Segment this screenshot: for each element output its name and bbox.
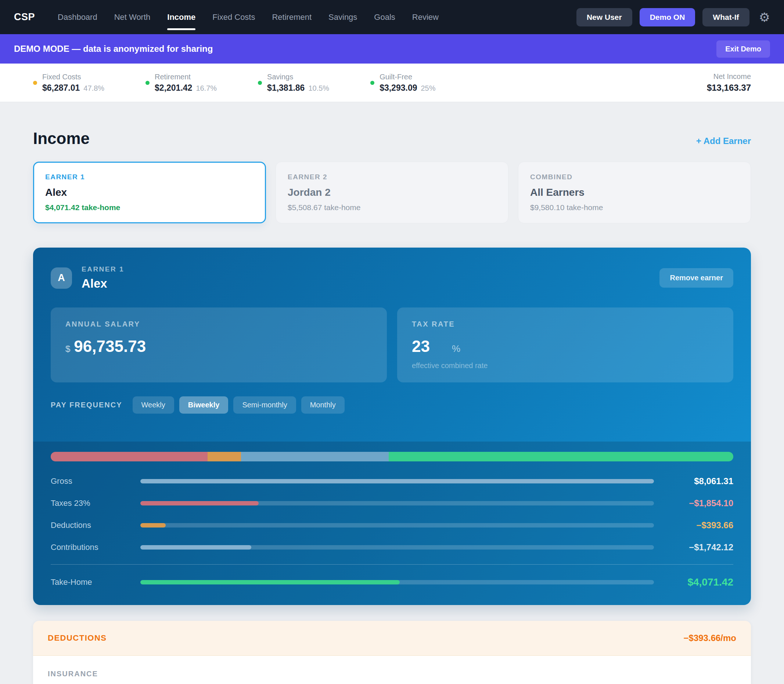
breakdown-track xyxy=(140,523,654,528)
demo-mode-banner: DEMO MODE — data is anonymized for shari… xyxy=(0,34,784,63)
bar-segment-take-home xyxy=(389,452,733,461)
breakdown-track xyxy=(140,501,654,505)
new-user-button[interactable]: New User xyxy=(576,8,632,26)
breakdown-fill xyxy=(140,545,251,550)
nav-item-savings[interactable]: Savings xyxy=(328,10,357,24)
tax-rate-box: TAX RATE 23% effective combined rate xyxy=(397,308,733,382)
earner-card-tag: EARNER 2 xyxy=(288,173,496,181)
nav-item-review[interactable]: Review xyxy=(412,10,439,24)
page-title: Income xyxy=(33,129,90,148)
stat-fixed-costs: Fixed Costs$6,287.0147.8% xyxy=(33,73,104,93)
breakdown-divider xyxy=(51,564,733,565)
breakdown-row-value: −$393.66 xyxy=(654,520,733,531)
summary-stats-bar: Fixed Costs$6,287.0147.8%Retirement$2,20… xyxy=(0,63,784,102)
tax-rate-value: 23 xyxy=(412,337,430,355)
exit-demo-button[interactable]: Exit Demo xyxy=(716,40,770,58)
stat-label: Fixed Costs xyxy=(42,73,104,81)
main-content: Income + Add Earner EARNER 1Alex$4,071.4… xyxy=(0,129,784,684)
nav-item-dashboard[interactable]: Dashboard xyxy=(58,10,97,24)
pay-frequency-biweekly[interactable]: Biweekly xyxy=(179,396,229,414)
bar-segment-deductions xyxy=(208,452,241,461)
stat-text: Retirement$2,201.4216.7% xyxy=(155,73,217,93)
page-header: Income + Add Earner xyxy=(33,129,751,148)
status-dot xyxy=(258,81,262,85)
breakdown-row-value: $4,071.42 xyxy=(654,576,733,588)
gear-icon[interactable]: ⚙ xyxy=(759,11,770,24)
stat-percent: 10.5% xyxy=(308,84,329,93)
earner-card-takehome: $4,071.42 take-home xyxy=(45,203,254,212)
panel-header: A EARNER 1 Alex Remove earner xyxy=(51,265,733,290)
nav-item-net-worth[interactable]: Net Worth xyxy=(114,10,151,24)
stat-line: $1,381.8610.5% xyxy=(267,83,329,93)
demo-on-button[interactable]: Demo ON xyxy=(640,8,695,26)
earner-detail-panel: A EARNER 1 Alex Remove earner ANNUAL SAL… xyxy=(33,248,751,605)
stat-guilt-free: Guilt-Free$3,293.0925% xyxy=(370,73,436,93)
nav-item-retirement[interactable]: Retirement xyxy=(272,10,311,24)
stat-line: $6,287.0147.8% xyxy=(42,83,104,93)
breakdown-row-deductions: Deductions−$393.66 xyxy=(51,520,733,531)
stat-text: Fixed Costs$6,287.0147.8% xyxy=(42,73,104,93)
tax-rate-hint: effective combined rate xyxy=(412,361,719,370)
earner-tag: EARNER 1 xyxy=(82,265,124,273)
pay-frequency-row: PAY FREQUENCY WeeklyBiweeklySemi-monthly… xyxy=(51,396,733,414)
remove-earner-button[interactable]: Remove earner xyxy=(660,268,733,288)
status-dot xyxy=(145,81,150,85)
stat-percent: 47.8% xyxy=(83,84,104,93)
earner-card-tag: EARNER 1 xyxy=(45,173,254,181)
breakdown-row-label: Taxes 23% xyxy=(51,498,140,508)
pay-frequency-monthly[interactable]: Monthly xyxy=(301,396,345,414)
nav-buttons: New UserDemo ONWhat-If xyxy=(576,8,750,26)
stat-retirement: Retirement$2,201.4216.7% xyxy=(145,73,217,93)
deductions-header: DEDUCTIONS −$393.66/mo xyxy=(33,621,751,656)
app-logo[interactable]: CSP xyxy=(14,11,35,23)
pay-frequency-semi-monthly[interactable]: Semi-monthly xyxy=(233,396,296,414)
deductions-total: −$393.66/mo xyxy=(684,633,736,643)
earner-card-takehome: $9,580.10 take-home xyxy=(530,203,739,212)
status-dot xyxy=(370,81,374,85)
earner-card-jordan-2[interactable]: EARNER 2Jordan 2$5,508.67 take-home xyxy=(276,161,508,223)
annual-salary-value: 96,735.73 xyxy=(74,337,146,355)
tax-rate-input[interactable]: 23% xyxy=(412,337,719,356)
stat-text: Guilt-Free$3,293.0925% xyxy=(379,73,436,93)
annual-salary-input[interactable]: $96,735.73 xyxy=(65,337,372,356)
pay-frequency-label: PAY FREQUENCY xyxy=(51,401,123,409)
nav-item-goals[interactable]: Goals xyxy=(374,10,395,24)
deductions-section: DEDUCTIONS −$393.66/mo INSURANCE Deducti… xyxy=(33,621,751,684)
breakdown-fill xyxy=(140,479,654,484)
net-income-label: Net Income xyxy=(707,73,751,81)
net-income-value: $13,163.37 xyxy=(707,83,751,93)
breakdown-fill xyxy=(140,501,259,505)
breakdown-row-label: Contributions xyxy=(51,542,140,552)
breakdown-track xyxy=(140,545,654,550)
stat-percent: 25% xyxy=(421,84,436,93)
earner-card-all-earners[interactable]: COMBINEDAll Earners$9,580.10 take-home xyxy=(518,161,751,223)
stats-list: Fixed Costs$6,287.0147.8%Retirement$2,20… xyxy=(33,73,477,93)
stat-percent: 16.7% xyxy=(196,84,217,93)
breakdown-row-label: Deductions xyxy=(51,521,140,530)
what-if-button[interactable]: What-If xyxy=(702,8,749,26)
breakdown-row-take-home: Take-Home$4,071.42 xyxy=(51,576,733,588)
stat-label: Guilt-Free xyxy=(379,73,436,81)
breakdown-fill xyxy=(140,523,166,528)
earner-card-name: Alex xyxy=(45,187,254,198)
nav-item-income[interactable]: Income xyxy=(167,10,195,24)
earner-name: Alex xyxy=(82,277,124,290)
pay-frequency-weekly[interactable]: Weekly xyxy=(132,396,174,414)
bar-segment-contributions xyxy=(241,452,388,461)
stat-text: Savings$1,381.8610.5% xyxy=(267,73,329,93)
stat-value: $6,287.01 xyxy=(42,83,80,93)
stat-label: Savings xyxy=(267,73,329,81)
add-earner-link[interactable]: + Add Earner xyxy=(696,136,751,146)
earner-identity: EARNER 1 Alex xyxy=(82,265,124,290)
percent-symbol: % xyxy=(452,343,460,354)
earner-card-alex[interactable]: EARNER 1Alex$4,071.42 take-home xyxy=(33,161,266,223)
nav-actions: New UserDemo ONWhat-If ⚙ xyxy=(576,8,770,26)
breakdown-row-taxes-23: Taxes 23%−$1,854.10 xyxy=(51,498,733,508)
deductions-title: DEDUCTIONS xyxy=(48,633,106,643)
stat-label: Retirement xyxy=(155,73,217,81)
stat-value: $2,201.42 xyxy=(155,83,192,93)
breakdown-track xyxy=(140,580,654,584)
annual-salary-label: ANNUAL SALARY xyxy=(65,320,372,328)
earner-card-list: EARNER 1Alex$4,071.42 take-homeEARNER 2J… xyxy=(33,161,751,223)
nav-item-fixed-costs[interactable]: Fixed Costs xyxy=(212,10,255,24)
